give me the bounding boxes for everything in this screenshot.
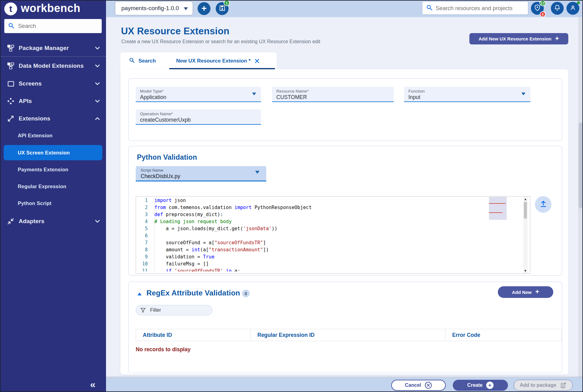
- field-label: Model Type*: [140, 89, 257, 93]
- global-search-input[interactable]: [436, 5, 518, 12]
- filter-placeholder: Filter: [150, 307, 161, 313]
- regex-table-header: Attribute ID Regular Expression ID Error…: [136, 329, 562, 341]
- code-content: 1import json2from com.temenos.validation…: [136, 197, 488, 272]
- hierarchy-icon: [7, 62, 15, 70]
- code-line: 9 validation = True: [136, 253, 488, 261]
- collapse-arrows-icon: [7, 218, 15, 225]
- operation-name-field[interactable]: Operation Name* createCustomerUxpb: [136, 109, 261, 125]
- add-new-regex-button[interactable]: Add New +: [498, 286, 553, 298]
- workbench-logo-icon: t: [4, 2, 17, 15]
- save-count-badge: 1: [224, 0, 230, 6]
- field-value: CUSTOMER: [276, 94, 389, 101]
- chevron-down-icon: [95, 100, 100, 103]
- tab-strip: Search New UX Resource Extension *: [120, 52, 277, 69]
- sidebar-item-extensions[interactable]: Extensions: [0, 112, 106, 126]
- scroll-up-icon[interactable]: ▲: [523, 198, 528, 201]
- workbench-app: t workbench Package Manager Data Model E…: [0, 0, 583, 392]
- field-label: Resource Name*: [276, 89, 389, 93]
- sidebar-divider: [0, 56, 106, 57]
- code-line: 2from com.temenos.validation import Pyth…: [136, 204, 488, 211]
- save-icon: [219, 5, 226, 13]
- script-name-select[interactable]: Script Name CheckDisbUx.py: [136, 166, 266, 181]
- sidebar-item-regular-expression[interactable]: Regular Expression: [4, 180, 102, 192]
- add-button-label: Add New UX Resource Extension: [479, 36, 551, 41]
- notifications-button[interactable]: [551, 2, 564, 15]
- chevron-down-icon: [95, 64, 100, 67]
- project-selector[interactable]: payments-config-1.0.0: [115, 1, 193, 15]
- sidebar-search-input[interactable]: [18, 23, 92, 29]
- regex-filter-input[interactable]: Filter: [136, 305, 212, 315]
- column-header-error-code[interactable]: Error Code: [445, 329, 562, 341]
- project-selector-value: payments-config-1.0.0: [121, 5, 179, 12]
- add-new-ux-resource-extension-button[interactable]: Add New UX Resource Extension +: [469, 33, 568, 44]
- page-scrollbar-thumb[interactable]: [579, 123, 582, 208]
- resource-name-field[interactable]: Resource Name* CUSTOMER: [272, 87, 394, 102]
- global-search[interactable]: [422, 2, 528, 14]
- chevron-down-icon: [95, 47, 100, 50]
- editor-minimap[interactable]: [489, 197, 507, 220]
- create-button[interactable]: Create +: [453, 380, 508, 391]
- security-badge-top: 17: [539, 0, 546, 6]
- security-badge-bottom: 0: [540, 11, 546, 17]
- search-icon: [426, 4, 433, 12]
- cancel-button[interactable]: Cancel: [391, 380, 446, 391]
- sidebar-subitem-label: UX Screen Extension: [18, 150, 70, 156]
- chevron-down-icon: [95, 220, 100, 223]
- code-line: 10 failureMsg = []: [136, 261, 488, 268]
- code-editor[interactable]: 1import json2from com.temenos.validation…: [136, 196, 530, 274]
- code-line: 1import json: [136, 197, 488, 204]
- column-header-attribute-id[interactable]: Attribute ID: [136, 329, 250, 341]
- field-value: createCustomerUxpb: [140, 117, 257, 123]
- regex-table: Attribute ID Regular Expression ID Error…: [136, 329, 562, 341]
- plus-icon: +: [535, 288, 539, 295]
- topbar: payments-config-1.0.0 + 1 17 0: [106, 0, 583, 17]
- sidebar-item-label: Package Manager: [19, 45, 69, 51]
- sidebar-item-ux-screen-extension[interactable]: UX Screen Extension: [4, 145, 102, 160]
- sidebar-item-label: Data Model Extensions: [19, 63, 84, 69]
- caret-down-icon: [255, 169, 259, 175]
- code-line: 7 sourceOfFund = a["sourceOfFundsTR"]: [136, 239, 488, 246]
- footer-action-bar: Cancel Create + Add to package: [106, 378, 583, 392]
- upload-script-button[interactable]: [535, 196, 551, 213]
- screen-icon: [7, 80, 15, 87]
- plus-circle-icon: +: [486, 382, 494, 389]
- tab-search[interactable]: Search: [129, 52, 156, 69]
- sidebar-item-screens[interactable]: Screens: [0, 77, 106, 91]
- sidebar-collapse-button[interactable]: «: [90, 379, 96, 390]
- page-subtitle: Create a new UX Resource Extension or se…: [121, 39, 320, 44]
- scroll-down-icon[interactable]: ▼: [523, 269, 528, 272]
- model-type-select[interactable]: Model Type* Application: [136, 87, 261, 102]
- code-line: 11 if 'sourceOfFundsTR' in a:: [136, 268, 488, 272]
- close-icon[interactable]: [254, 58, 260, 64]
- package-document-icon: [560, 382, 567, 389]
- column-header-regular-expression-id[interactable]: Regular Expression ID: [250, 329, 445, 341]
- code-line: 6: [136, 232, 488, 239]
- tab-label: New UX Resource Extension *: [176, 58, 251, 64]
- tab-new-ux-resource-extension[interactable]: New UX Resource Extension *: [176, 52, 260, 69]
- sidebar-item-api-extension[interactable]: API Extension: [4, 129, 102, 142]
- sidebar-item-data-model-extensions[interactable]: Data Model Extensions: [0, 59, 106, 73]
- caret-down-icon: [252, 91, 256, 97]
- sidebar-item-python-script[interactable]: Python Script: [4, 197, 102, 209]
- add-to-package-button[interactable]: Add to package: [514, 380, 573, 391]
- new-project-button[interactable]: +: [198, 2, 210, 15]
- caret-down-icon: [184, 5, 188, 12]
- regex-count-badge: 0: [242, 290, 250, 297]
- collapse-section-icon[interactable]: [138, 291, 142, 297]
- person-icon: [570, 4, 576, 12]
- sidebar-search[interactable]: [4, 19, 102, 33]
- field-label: Script Name: [141, 168, 261, 173]
- sidebar-item-package-manager[interactable]: Package Manager: [0, 41, 106, 55]
- sidebar-item-label: Screens: [19, 80, 42, 87]
- python-validation-title: Python Validation: [137, 153, 197, 162]
- sidebar-item-adapters[interactable]: Adapters: [0, 214, 106, 228]
- diamonds-icon: [7, 97, 15, 105]
- hierarchy-icon: [7, 44, 15, 52]
- function-select[interactable]: Function Input: [404, 87, 530, 102]
- field-value: Application: [140, 94, 257, 101]
- sidebar-subitem-label: Regular Expression: [18, 184, 66, 189]
- editor-scrollbar-thumb[interactable]: [524, 202, 527, 219]
- sidebar-item-payments-extension[interactable]: Payments Extension: [4, 163, 102, 176]
- sidebar-item-apis[interactable]: APIs: [0, 94, 106, 108]
- chevron-up-icon: [95, 117, 100, 120]
